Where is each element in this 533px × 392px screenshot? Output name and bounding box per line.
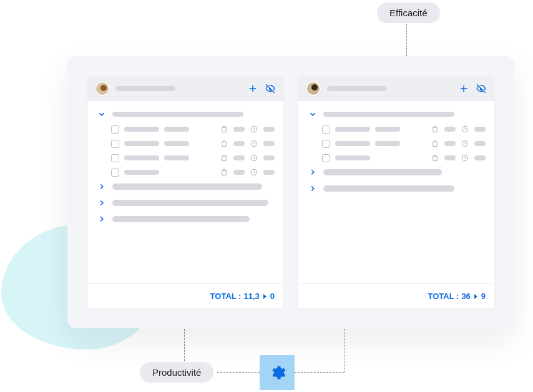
card-footer: TOTAL : 36 9: [298, 283, 494, 308]
checkbox[interactable]: [111, 125, 119, 134]
clock-icon: [250, 154, 258, 162]
chevron-right-icon: [97, 182, 106, 191]
text-placeholder: [124, 155, 159, 160]
value-placeholder: [263, 141, 275, 146]
card-header: [298, 76, 494, 101]
card-body: [298, 101, 494, 283]
arrow-right-icon: [263, 294, 266, 299]
user-name-placeholder: [116, 86, 175, 91]
clock-icon: [250, 125, 258, 134]
eye-off-icon: [265, 83, 276, 94]
tag-efficacite: Efficacité: [377, 2, 440, 23]
value-placeholder: [263, 155, 275, 160]
group-title-placeholder: [112, 200, 268, 206]
clock-icon: [461, 154, 469, 162]
total-label: TOTAL :: [210, 292, 242, 301]
checkbox[interactable]: [111, 140, 119, 148]
connector-line: [406, 24, 407, 56]
add-button[interactable]: [458, 83, 469, 94]
checkbox[interactable]: [322, 140, 330, 148]
clock-icon: [250, 139, 258, 148]
task-row[interactable]: [96, 125, 275, 134]
value-placeholder: [444, 127, 456, 132]
clock-icon: [461, 125, 469, 134]
bag-icon: [431, 139, 439, 148]
task-row[interactable]: [96, 168, 275, 177]
checkbox[interactable]: [111, 169, 119, 177]
text-placeholder: [335, 141, 370, 146]
total-secondary: 9: [481, 292, 486, 301]
text-placeholder: [124, 127, 159, 132]
user-name-placeholder: [327, 86, 386, 91]
chevron-right-icon: [308, 184, 317, 193]
task-row[interactable]: [307, 154, 486, 162]
connector-line: [184, 329, 185, 364]
text-placeholder: [164, 127, 189, 132]
group-header-expanded[interactable]: [96, 110, 275, 119]
avatar: [306, 81, 321, 96]
group-header-collapsed[interactable]: [96, 182, 275, 191]
group-header-collapsed[interactable]: [307, 184, 486, 193]
group-header-collapsed[interactable]: [96, 198, 275, 207]
text-placeholder: [164, 141, 189, 146]
task-row[interactable]: [307, 139, 486, 148]
chevron-right-icon: [97, 215, 106, 223]
value-placeholder: [474, 127, 486, 132]
group-title-placeholder: [112, 216, 250, 222]
card-header: [87, 76, 283, 101]
group-header-expanded[interactable]: [307, 110, 486, 119]
text-placeholder: [335, 127, 370, 132]
text-placeholder: [124, 141, 159, 146]
checkbox[interactable]: [322, 154, 330, 162]
plus-icon: [458, 83, 469, 94]
task-row[interactable]: [96, 139, 275, 148]
value-placeholder: [263, 170, 275, 175]
card-footer: TOTAL : 11,3 0: [87, 283, 283, 308]
gear-icon: [268, 364, 286, 381]
group-header-collapsed[interactable]: [307, 168, 486, 177]
value-placeholder: [233, 141, 245, 146]
connector-line: [344, 329, 345, 373]
plus-icon: [247, 83, 258, 94]
text-placeholder: [164, 155, 189, 160]
task-row[interactable]: [96, 154, 275, 162]
total-primary: 36: [461, 292, 470, 301]
value-placeholder: [233, 170, 245, 175]
gear-tile: [260, 355, 295, 390]
chevron-down-icon: [308, 110, 317, 119]
checkbox[interactable]: [322, 125, 330, 134]
total-label: TOTAL :: [428, 292, 459, 301]
group-title-placeholder: [112, 184, 262, 190]
group-title-placeholder: [323, 112, 454, 117]
connector-line: [217, 372, 260, 373]
value-placeholder: [474, 141, 486, 146]
value-placeholder: [263, 127, 275, 132]
hide-button[interactable]: [265, 83, 276, 94]
group-title-placeholder: [112, 112, 243, 117]
value-placeholder: [444, 155, 456, 160]
text-placeholder: [375, 127, 400, 132]
eye-off-icon: [476, 83, 487, 94]
bag-icon: [220, 125, 228, 134]
value-placeholder: [474, 155, 486, 160]
bag-icon: [220, 139, 228, 148]
tag-productivite: Productivité: [140, 362, 213, 383]
value-placeholder: [233, 127, 245, 132]
total-secondary: 0: [270, 292, 275, 301]
user-card-right: TOTAL : 36 9: [298, 76, 494, 308]
avatar: [95, 81, 110, 96]
task-row[interactable]: [307, 125, 486, 134]
add-button[interactable]: [247, 83, 258, 94]
checkbox[interactable]: [111, 154, 119, 162]
group-title-placeholder: [323, 169, 442, 175]
clock-icon: [461, 139, 469, 148]
hide-button[interactable]: [476, 83, 487, 94]
text-placeholder: [335, 155, 370, 160]
group-header-collapsed[interactable]: [96, 215, 275, 223]
chevron-down-icon: [97, 110, 106, 119]
chevron-right-icon: [97, 198, 106, 207]
clock-icon: [250, 168, 258, 177]
connector-line: [295, 372, 345, 373]
group-title-placeholder: [323, 185, 454, 192]
arrow-right-icon: [474, 294, 477, 299]
